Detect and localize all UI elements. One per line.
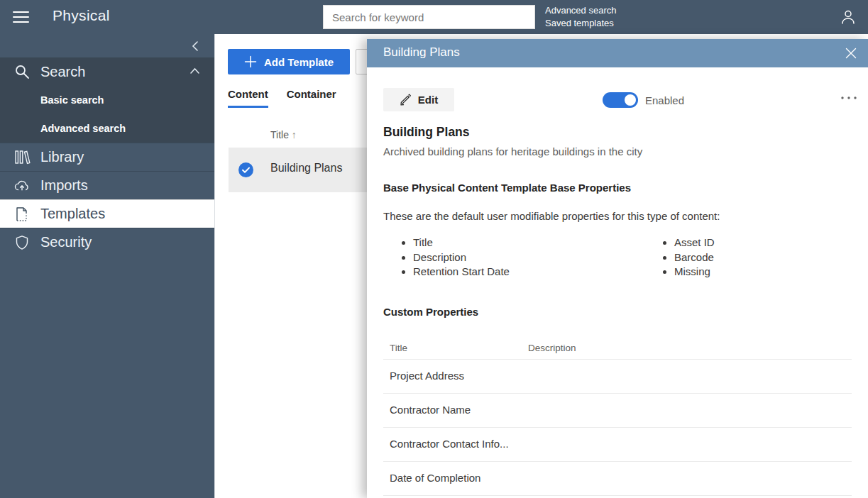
sidebar-collapse-row bbox=[0, 34, 214, 57]
app-title: Physical bbox=[53, 7, 110, 24]
list-item: Barcode bbox=[674, 250, 715, 265]
library-icon bbox=[13, 149, 31, 166]
add-template-button[interactable]: Add Template bbox=[228, 49, 350, 74]
sidebar-item-imports[interactable]: Imports bbox=[0, 171, 214, 199]
sidebar-item-label: Security bbox=[40, 234, 92, 250]
sidebar-item-label: Search bbox=[40, 64, 85, 80]
table-row[interactable]: Contractor Contact Info... bbox=[383, 428, 852, 462]
template-document-icon bbox=[13, 206, 31, 223]
add-template-label: Add Template bbox=[264, 56, 334, 68]
sidebar-item-label: Library bbox=[40, 149, 84, 165]
tab-content[interactable]: Content bbox=[228, 88, 268, 108]
sidebar-nav: Search Basic search Advanced search Libr… bbox=[0, 34, 214, 498]
close-icon[interactable] bbox=[845, 48, 857, 59]
drawer-title: Building Plans bbox=[383, 45, 460, 60]
property-title: Project Address bbox=[390, 370, 464, 382]
selected-check-icon[interactable] bbox=[238, 162, 253, 177]
base-properties-left-list: Title Description Retention Start Date bbox=[383, 236, 644, 280]
list-item: Description bbox=[413, 250, 644, 265]
toggle-knob bbox=[625, 94, 636, 106]
sidebar-item-basic-search[interactable]: Basic search bbox=[0, 86, 214, 114]
property-title: Contractor Contact Info... bbox=[390, 438, 509, 450]
base-properties-heading: Base Physical Content Template Base Prop… bbox=[383, 182, 631, 194]
column-header-description: Description bbox=[528, 343, 576, 353]
sidebar-item-security[interactable]: Security bbox=[0, 228, 214, 256]
toggle-label: Enabled bbox=[645, 94, 684, 106]
enabled-toggle[interactable] bbox=[603, 92, 638, 108]
base-properties-lists: Title Description Retention Start Date A… bbox=[383, 236, 715, 280]
list-item: Title bbox=[413, 236, 644, 250]
table-row[interactable]: Date of Completion bbox=[383, 462, 852, 496]
saved-templates-link[interactable]: Saved templates bbox=[545, 17, 616, 30]
edit-button[interactable]: Edit bbox=[383, 88, 454, 111]
title-column-header[interactable]: Title ↑ bbox=[270, 129, 297, 140]
sidebar-item-label: Imports bbox=[40, 177, 88, 194]
list-item: Missing bbox=[674, 265, 715, 280]
keyword-search-input[interactable] bbox=[323, 5, 535, 29]
custom-properties-heading: Custom Properties bbox=[383, 306, 478, 318]
pencil-icon bbox=[400, 94, 412, 106]
plus-icon bbox=[244, 55, 257, 68]
table-row[interactable]: Contractor Name bbox=[383, 394, 852, 428]
sort-ascending-icon: ↑ bbox=[292, 129, 297, 140]
sidebar-item-search[interactable]: Search bbox=[0, 57, 214, 86]
user-profile-icon[interactable] bbox=[840, 9, 857, 26]
template-detail-drawer: Building Plans Edit Enabled Building Pla… bbox=[367, 39, 868, 498]
tab-container[interactable]: Container bbox=[287, 88, 336, 108]
base-properties-right-list: Asset ID Barcode Missing bbox=[644, 236, 715, 280]
sidebar-sub-item-label: Basic search bbox=[40, 94, 104, 106]
custom-properties-table-header: Title Description bbox=[383, 337, 852, 360]
sidebar-item-templates[interactable]: Templates bbox=[0, 199, 214, 228]
list-item: Asset ID bbox=[674, 236, 715, 250]
enabled-toggle-group: Enabled bbox=[603, 92, 684, 108]
more-options-icon[interactable] bbox=[840, 94, 858, 101]
sidebar-search-group: Search Basic search Advanced search bbox=[0, 57, 214, 143]
table-row[interactable]: Project Address bbox=[383, 360, 852, 394]
collapse-sidebar-icon[interactable] bbox=[190, 40, 200, 52]
sidebar-item-label: Templates bbox=[40, 206, 105, 222]
sidebar-item-advanced-search[interactable]: Advanced search bbox=[0, 114, 214, 143]
hamburger-menu-icon[interactable] bbox=[13, 11, 30, 23]
advanced-search-link[interactable]: Advanced search bbox=[545, 4, 616, 17]
search-icon bbox=[13, 63, 31, 80]
edit-label: Edit bbox=[418, 94, 438, 106]
property-title: Contractor Name bbox=[390, 404, 471, 416]
base-properties-intro: These are the default user modifiable pr… bbox=[383, 210, 720, 222]
column-header-title: Title bbox=[390, 343, 407, 353]
template-name-heading: Building Plans bbox=[383, 125, 470, 140]
row-title: Building Plans bbox=[270, 162, 342, 175]
list-tabs: Content Container bbox=[228, 88, 336, 108]
custom-properties-table: Title Description Project Address Contra… bbox=[383, 337, 852, 496]
sidebar-sub-item-label: Advanced search bbox=[40, 123, 126, 134]
template-description: Archived building plans for heritage bui… bbox=[383, 145, 642, 157]
sidebar-item-library[interactable]: Library bbox=[0, 143, 214, 171]
shield-icon bbox=[13, 234, 31, 251]
drawer-header: Building Plans bbox=[367, 39, 868, 67]
top-bar: Physical Advanced search Saved templates bbox=[0, 0, 868, 34]
cloud-upload-icon bbox=[13, 177, 31, 194]
list-item: Retention Start Date bbox=[413, 265, 644, 280]
topbar-links: Advanced search Saved templates bbox=[545, 4, 616, 29]
chevron-up-icon bbox=[189, 67, 200, 75]
property-title: Date of Completion bbox=[390, 472, 480, 484]
